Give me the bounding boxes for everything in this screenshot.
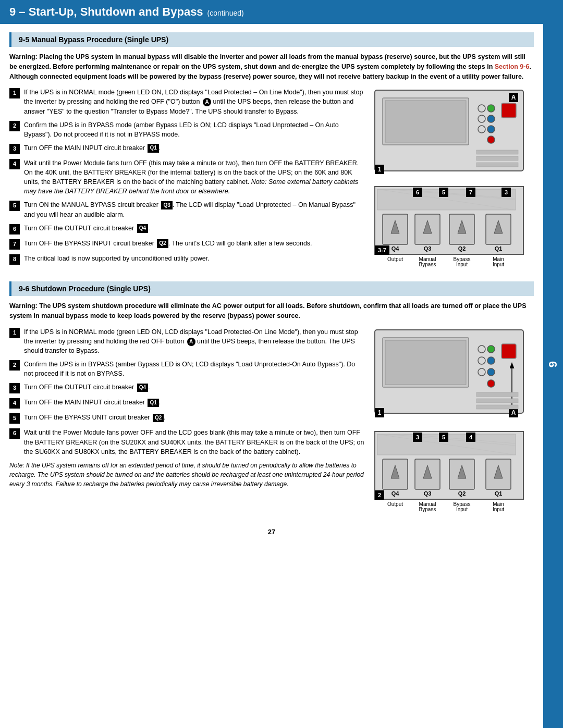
svg-point-6 <box>487 105 495 112</box>
ups-front-svg-2: 1 A <box>372 327 529 424</box>
page-title: 9 – Start-Up, Shutdown and Bypass <box>9 5 203 19</box>
section2-note: Note: If the UPS system remains off for … <box>9 461 365 489</box>
section1-steps-col: 1 If the UPS is in NORMAL mode (green LE… <box>9 88 365 270</box>
svg-text:Q1: Q1 <box>495 490 503 497</box>
svg-text:6: 6 <box>416 189 419 195</box>
section1-diagrams-col: A 1 <box>372 88 534 270</box>
step-2-2: 2 Confirm the UPS is in BYPASS (amber By… <box>9 360 365 378</box>
svg-rect-15 <box>476 150 518 154</box>
section2-two-col: 1 If the UPS is in NORMAL mode (green LE… <box>9 327 534 517</box>
step-2-3: 3 Turn OFF the OUTPUT circuit breaker Q4… <box>9 382 365 393</box>
svg-text:Q4: Q4 <box>391 490 400 497</box>
step-2-1: 1 If the UPS is in NORMAL mode (green LE… <box>9 327 365 355</box>
svg-point-58 <box>487 346 495 353</box>
svg-text:Q2: Q2 <box>458 245 466 252</box>
step-1-4: 4 Wait until the Power Module fans turn … <box>9 158 365 196</box>
svg-text:Q4: Q4 <box>391 245 400 252</box>
svg-point-62 <box>487 380 495 387</box>
svg-rect-17 <box>476 163 518 167</box>
svg-text:Q1: Q1 <box>495 245 503 252</box>
svg-text:2: 2 <box>378 492 381 498</box>
svg-text:Input: Input <box>493 507 504 512</box>
page-continued: (continued) <box>207 9 244 17</box>
svg-point-8 <box>487 115 495 122</box>
svg-text:3: 3 <box>416 434 419 440</box>
svg-text:Input: Input <box>456 262 468 267</box>
right-tab: 9 <box>543 0 563 728</box>
diagram-ups-front-2: 1 A <box>372 327 534 424</box>
svg-text:Q3: Q3 <box>424 245 432 252</box>
section-9-6-header: 9-6 Shutdown Procedure (Single UPS) <box>9 281 534 296</box>
svg-point-61 <box>487 368 495 376</box>
svg-text:A: A <box>511 94 516 101</box>
svg-text:5: 5 <box>442 434 445 440</box>
ups-front-svg-1: A 1 <box>372 88 529 179</box>
section-9-5-header: 9-5 Manual Bypass Procedure (Single UPS) <box>9 32 534 47</box>
svg-rect-7 <box>501 103 516 118</box>
step-1-7: 7 Turn OFF the BYPASS INPUT circuit brea… <box>9 239 365 250</box>
svg-text:Input: Input <box>456 507 468 512</box>
page-number: 27 <box>0 528 543 536</box>
svg-text:Output: Output <box>387 256 403 262</box>
step-2-5: 5 Turn OFF the BYPASS UNIT circuit break… <box>9 413 365 424</box>
svg-text:Bypass: Bypass <box>419 507 436 512</box>
svg-text:Q2: Q2 <box>458 490 466 497</box>
section2-warning: Warning: The UPS system shutdown procedu… <box>9 301 534 321</box>
svg-text:3: 3 <box>505 189 508 195</box>
svg-rect-2 <box>385 101 466 142</box>
svg-text:Bypass: Bypass <box>419 262 436 267</box>
svg-point-60 <box>487 357 495 364</box>
step-2-6: 6 Wait until the Power Module fans power… <box>9 428 365 456</box>
svg-text:Output: Output <box>387 501 403 507</box>
section1-warning: Warning: Placing the UPS system in manua… <box>9 52 534 81</box>
svg-rect-54 <box>385 340 466 385</box>
section-9-6-link[interactable]: Section 9-6 <box>495 63 530 70</box>
svg-point-10 <box>487 136 495 143</box>
svg-rect-70 <box>476 405 518 409</box>
svg-text:1: 1 <box>378 409 382 416</box>
step-1-8: 8 The critical load is now supported by … <box>9 254 365 265</box>
page-header: 9 – Start-Up, Shutdown and Bypass (conti… <box>0 0 543 24</box>
section-divider <box>9 276 534 281</box>
step-1-1: 1 If the UPS is in NORMAL mode (green LE… <box>9 88 365 116</box>
section2-diagrams-col: 1 A <box>372 327 534 517</box>
step-2-4: 4 Turn OFF the MAIN INPUT circuit breake… <box>9 398 365 409</box>
svg-text:3-7: 3-7 <box>378 247 386 253</box>
breaker-svg-1: Q4 Q3 Q2 Q1 <box>372 184 529 270</box>
svg-text:4: 4 <box>469 434 473 440</box>
section1-steps: 1 If the UPS is in NORMAL mode (green LE… <box>9 88 365 264</box>
step-1-3: 3 Turn OFF the MAIN INPUT circuit breake… <box>9 143 365 154</box>
step-1-2: 2 Confirm the UPS is in BYPASS mode (amb… <box>9 120 365 139</box>
step-1-5: 5 Turn ON the MANUAL BYPASS circuit brea… <box>9 200 365 219</box>
svg-text:7: 7 <box>469 189 472 195</box>
svg-text:A: A <box>511 409 516 416</box>
svg-text:5: 5 <box>442 189 445 195</box>
page-wrapper: 9 – Start-Up, Shutdown and Bypass (conti… <box>0 0 563 728</box>
section1-two-col: 1 If the UPS is in NORMAL mode (green LE… <box>9 88 534 270</box>
svg-rect-16 <box>476 156 518 161</box>
svg-text:Input: Input <box>493 262 504 267</box>
svg-text:Q3: Q3 <box>424 490 432 497</box>
section2-steps-col: 1 If the UPS is in NORMAL mode (green LE… <box>9 327 365 517</box>
svg-rect-69 <box>476 399 518 403</box>
svg-point-9 <box>487 126 495 133</box>
svg-rect-59 <box>501 344 516 359</box>
diagram-ups-front-1: A 1 <box>372 88 534 179</box>
section2-steps: 1 If the UPS is in NORMAL mode (green LE… <box>9 327 365 456</box>
main-content: 9 – Start-Up, Shutdown and Bypass (conti… <box>0 0 543 728</box>
breaker-svg-2: Q4 Q3 Q2 Q1 <box>372 429 529 517</box>
content-area: 9-5 Manual Bypass Procedure (Single UPS)… <box>0 32 543 517</box>
step-1-6: 6 Turn OFF the OUTPUT circuit breaker Q4… <box>9 224 365 235</box>
diagram-breaker-2: Q4 Q3 Q2 Q1 <box>372 429 534 517</box>
right-tab-label: 9 <box>546 360 560 367</box>
diagram-breaker-1: Q4 Q3 Q2 Q1 <box>372 184 534 270</box>
svg-text:1: 1 <box>378 166 382 173</box>
svg-rect-68 <box>476 392 518 397</box>
